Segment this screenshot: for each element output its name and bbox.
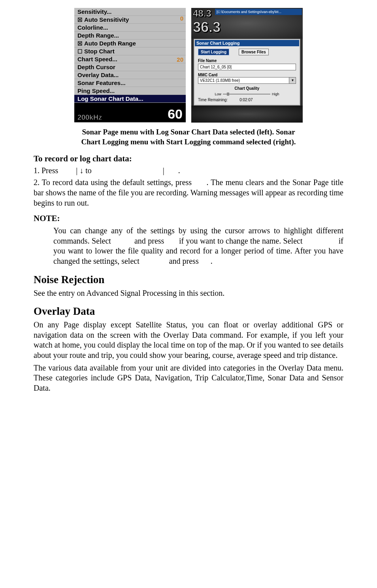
- note-body: You can change any of the settings by us…: [53, 226, 343, 266]
- sonar-menu-screenshot: Sensitivity... Auto Sensitivity0 Colorli…: [74, 8, 186, 123]
- menu-item-auto-sensitivity[interactable]: Auto Sensitivity0: [74, 16, 186, 24]
- browse-files-button[interactable]: Browse Files: [239, 49, 269, 55]
- paragraph-overlay-2: The various data available from your uni…: [34, 363, 343, 393]
- screenshot-pair: Sensitivity... Auto Sensitivity0 Colorli…: [34, 8, 343, 123]
- window-titlebar: [C:\Documents and Settings\van-eby\M...: [215, 9, 302, 15]
- start-logging-button[interactable]: Start Logging: [198, 49, 229, 55]
- menu-item-sonar-features[interactable]: Sonar Features...: [74, 79, 186, 87]
- note-block: You can change any of the settings by us…: [53, 226, 343, 266]
- reading-363: 36.3: [193, 19, 221, 36]
- heading-overlay-data: Overlay Data: [34, 305, 343, 318]
- menu-item-ping-speed[interactable]: Ping Speed...: [74, 87, 186, 95]
- depth-readout: 60: [168, 106, 183, 122]
- chart-quality-label: Chart Quality: [198, 86, 296, 91]
- menu-item-chart-speed[interactable]: Chart Speed...20: [74, 55, 186, 63]
- menu-item-depth-range[interactable]: Depth Range...: [74, 32, 186, 40]
- menu-item-overlay-data[interactable]: Overlay Data...: [74, 71, 186, 79]
- paragraph-overlay-1: On any Page display except Satellite Sta…: [34, 320, 343, 360]
- note-heading: NOTE:: [34, 214, 343, 223]
- dialog-title: Sonar Chart Logging: [195, 40, 299, 46]
- menu-item-log-sonar-chart-data[interactable]: Log Sonar Chart Data...: [74, 95, 186, 103]
- file-name-label: File Name: [198, 59, 296, 63]
- mmc-card-select[interactable]: VE32C1 (1.83MB free): [198, 77, 289, 84]
- sonar-logging-screenshot: [C:\Documents and Settings\van-eby\M... …: [191, 8, 303, 123]
- sonar-background-bottom: [191, 106, 303, 123]
- readout-twenty: 20: [177, 56, 183, 63]
- paragraph-noise: See the entry on Advanced Signal Process…: [34, 288, 343, 299]
- slider-thumb[interactable]: [227, 93, 229, 96]
- frequency-readout: 200kHz: [77, 113, 102, 122]
- step-1: 1. Press | ↓ to | .: [34, 166, 343, 175]
- sonar-bottom-bar: 200kHz 60: [74, 103, 186, 123]
- time-remaining-label: Time Remaining:: [198, 98, 228, 102]
- sonar-page-menu: Sensitivity... Auto Sensitivity0 Colorli…: [74, 8, 186, 123]
- figure-caption: Sonar Page menu with Log Sonar Chart Dat…: [45, 127, 332, 147]
- chart-quality-slider[interactable]: Low High: [198, 92, 296, 96]
- slider-low-label: Low: [215, 92, 221, 96]
- mmc-card-label: MMC Card: [198, 73, 296, 77]
- time-remaining-value: 0:02:07: [239, 98, 253, 102]
- down-arrow-icon: ↓: [79, 166, 83, 175]
- heading-to-record: To record or log chart data:: [34, 154, 343, 164]
- sonar-chart-logging-dialog: Sonar Chart Logging Start Logging Browse…: [194, 39, 300, 106]
- menu-item-depth-cursor[interactable]: Depth Cursor: [74, 63, 186, 71]
- menu-item-colorline[interactable]: Colorline...: [74, 24, 186, 32]
- menu-item-stop-chart[interactable]: Stop Chart: [74, 47, 186, 55]
- menu-item-sensitivity[interactable]: Sensitivity...: [74, 8, 186, 16]
- menu-item-auto-depth-range[interactable]: Auto Depth Range: [74, 40, 186, 47]
- readout-zero: 0: [180, 15, 183, 22]
- slider-high-label: High: [272, 92, 279, 96]
- file-name-input[interactable]: Chart 12_6_05 [0]: [198, 64, 296, 70]
- step-2: 2. To record data using the default sett…: [34, 178, 343, 208]
- dropdown-arrow-icon[interactable]: ▾: [289, 77, 296, 84]
- heading-noise-rejection: Noise Rejection: [34, 274, 343, 286]
